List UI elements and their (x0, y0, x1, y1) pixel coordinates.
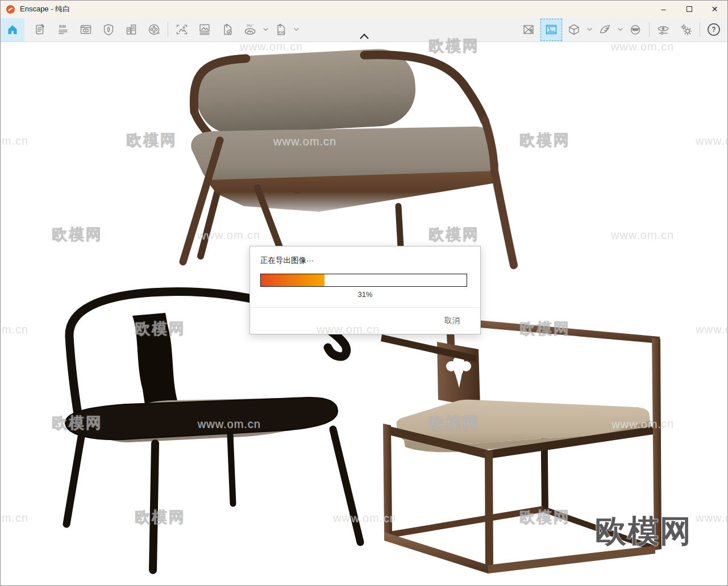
enscape-window: Enscape - 纯白 – ✕ BIM (0, 0, 728, 586)
cancel-button[interactable]: 取消 (444, 316, 460, 326)
dialog-title: 正在导出图像··· (260, 256, 314, 266)
progress-fill (261, 274, 325, 286)
dialog-footer: 取消 (250, 307, 480, 334)
chair-walnut-lounge (183, 47, 514, 265)
export-progress-dialog: 正在导出图像··· 31% 取消 (249, 246, 481, 334)
progress-percent-label: 31% (250, 290, 480, 299)
progress-bar (260, 274, 467, 287)
chair-walnut-ming-cube (381, 317, 662, 574)
